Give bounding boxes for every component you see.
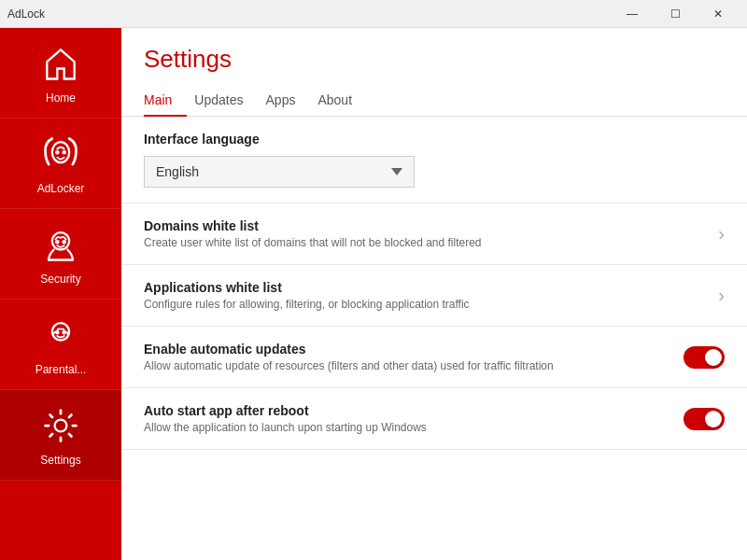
sidebar-item-adlocker[interactable]: AdLocker: [0, 119, 121, 209]
page-title: Settings: [144, 45, 725, 74]
auto-start-toggle[interactable]: [684, 408, 725, 430]
applications-whitelist-item[interactable]: Applications white list Configure rules …: [121, 265, 747, 327]
chevron-right-icon: ›: [718, 223, 725, 245]
auto-updates-toggle[interactable]: [684, 346, 725, 369]
window-controls: — ☐ ✕: [611, 0, 740, 28]
domains-whitelist-item[interactable]: Domains white list Create user white lis…: [121, 203, 747, 265]
applications-whitelist-desc: Configure rules for allowing, filtering,…: [144, 298, 707, 311]
security-icon: [38, 222, 83, 267]
settings-body: Interface language English Español Franç…: [121, 117, 747, 560]
sidebar-item-settings[interactable]: Settings: [0, 390, 121, 481]
chevron-right-icon: ›: [718, 285, 725, 306]
maximize-button[interactable]: ☐: [654, 0, 697, 28]
interface-language-section: Interface language English Español Franç…: [121, 117, 747, 203]
app-body: Home AdLocker: [0, 28, 747, 560]
auto-start-desc: Allow the application to launch upon sta…: [144, 421, 669, 434]
language-select[interactable]: English Español Français Deutsch Русский: [144, 156, 415, 188]
svg-point-1: [56, 151, 59, 154]
parental-icon: [38, 313, 83, 357]
interface-language-title: Interface language: [144, 132, 725, 147]
auto-updates-desc: Allow automatic update of resources (fil…: [144, 359, 669, 372]
sidebar-item-security[interactable]: Security: [0, 209, 121, 300]
svg-point-9: [55, 420, 67, 432]
auto-start-title: Auto start app after reboot: [144, 403, 669, 418]
sidebar-label-home: Home: [46, 91, 76, 105]
adlocker-icon: [38, 132, 83, 176]
tab-updates[interactable]: Updates: [194, 85, 258, 117]
applications-whitelist-title: Applications white list: [144, 280, 707, 295]
tab-about[interactable]: About: [317, 85, 367, 117]
tab-main[interactable]: Main: [144, 85, 187, 117]
settings-tabs: Main Updates Apps About: [121, 85, 747, 117]
settings-header: Settings: [121, 28, 747, 85]
close-button[interactable]: ✕: [697, 0, 740, 28]
domains-whitelist-desc: Create user white list of domains that w…: [144, 236, 707, 249]
titlebar: AdLock — ☐ ✕: [0, 0, 747, 28]
sidebar: Home AdLocker: [0, 28, 121, 560]
sidebar-label-settings: Settings: [40, 454, 80, 467]
content-area: Settings Main Updates Apps About Interfa…: [121, 28, 747, 560]
settings-icon: [38, 403, 83, 448]
app-title: AdLock: [7, 7, 45, 21]
sidebar-label-adlocker: AdLocker: [37, 182, 85, 195]
home-icon: [38, 41, 83, 86]
svg-point-5: [63, 241, 65, 244]
auto-updates-item: Enable automatic updates Allow automatic…: [121, 327, 747, 388]
minimize-button[interactable]: —: [611, 0, 654, 28]
sidebar-item-parental[interactable]: Parental...: [0, 300, 121, 390]
sidebar-item-home[interactable]: Home: [0, 28, 121, 119]
auto-start-item: Auto start app after reboot Allow the ap…: [121, 388, 747, 450]
svg-point-2: [63, 151, 65, 154]
sidebar-label-parental: Parental...: [35, 363, 87, 376]
domains-whitelist-title: Domains white list: [144, 218, 707, 233]
auto-updates-title: Enable automatic updates: [144, 342, 669, 357]
svg-point-4: [56, 241, 59, 244]
sidebar-label-security: Security: [40, 273, 80, 286]
tab-apps[interactable]: Apps: [266, 85, 311, 117]
